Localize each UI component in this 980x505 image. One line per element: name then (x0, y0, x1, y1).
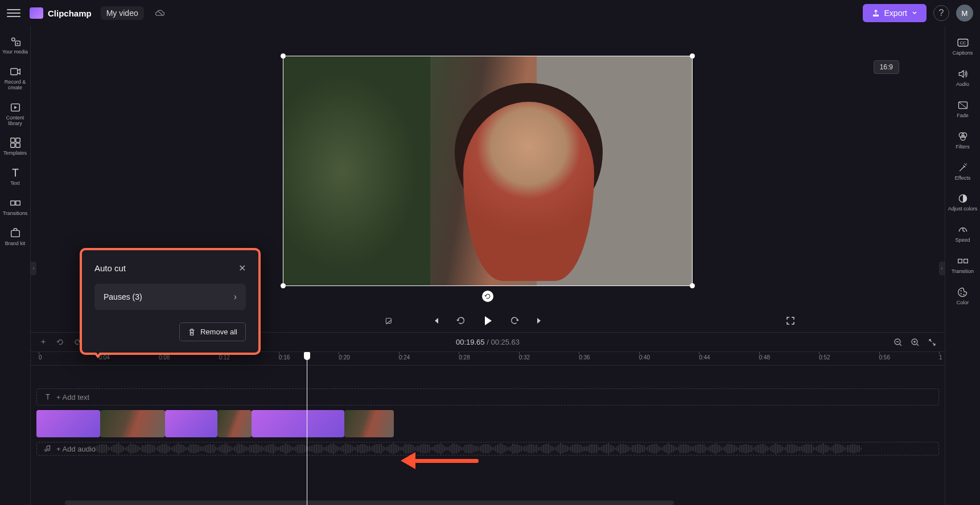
avatar[interactable]: M (956, 5, 973, 22)
rsb-audio[interactable]: Audio (947, 63, 979, 92)
captions-icon: CC (957, 36, 969, 49)
close-icon[interactable]: ✕ (238, 263, 246, 274)
detach-audio-icon[interactable] (384, 314, 396, 327)
timeline: 00:040:080:120:160:200:240:280:320:360:4… (31, 351, 945, 505)
logo-text: Clipchamp (48, 9, 92, 18)
playhead[interactable] (307, 352, 307, 505)
right-sidebar: CC Captions Audio Fade Filters Effects A… (945, 26, 980, 505)
rsb-fade[interactable]: Fade (947, 94, 979, 123)
sidebar-item-brand-kit[interactable]: Brand kit (1, 223, 30, 250)
zoom-in-icon[interactable] (911, 338, 920, 347)
header: Clipchamp My video Export ? M (0, 0, 980, 26)
clip-purple[interactable] (165, 410, 217, 437)
fade-icon (957, 99, 969, 111)
video-track[interactable] (36, 410, 939, 437)
sidebar-item-transitions[interactable]: Transitions (1, 193, 30, 220)
clip-purple[interactable] (36, 410, 100, 437)
resize-handle-bl[interactable] (281, 283, 286, 288)
timeline-scrollbar[interactable] (65, 500, 674, 505)
fullscreen-icon[interactable] (784, 314, 797, 327)
rsb-effects[interactable]: Effects (947, 157, 979, 186)
left-sidebar: Your media Record & create Content libra… (0, 26, 31, 505)
cloud-sync-icon (154, 9, 166, 18)
chevron-right-icon: › (234, 292, 237, 302)
remove-all-button[interactable]: Remove all (179, 322, 246, 341)
svg-point-0 (11, 38, 14, 42)
expand-right-panel[interactable]: ‹ (939, 262, 945, 275)
library-icon (9, 101, 22, 114)
autocut-title: Auto cut (94, 263, 126, 273)
text-track[interactable]: + Add text (36, 388, 939, 405)
audio-icon (957, 68, 969, 80)
clip-video[interactable] (344, 410, 394, 437)
svg-point-27 (960, 291, 961, 292)
svg-rect-7 (15, 143, 19, 147)
brand-kit-icon (9, 227, 22, 239)
media-icon (9, 35, 22, 48)
logo[interactable]: Clipchamp (30, 7, 92, 19)
zoom-out-icon[interactable] (893, 338, 903, 347)
time-display: 00:19.65 / 00:25.63 (456, 338, 520, 346)
autocut-panel: Auto cut ✕ Pauses (3) › Remove all (80, 248, 261, 355)
rsb-adjust-colors[interactable]: Adjust colors (947, 188, 979, 217)
waveform (94, 445, 938, 453)
undo-icon[interactable] (56, 338, 65, 347)
play-button[interactable] (480, 313, 496, 329)
audio-track[interactable]: + Add audio (36, 442, 939, 456)
record-icon (9, 65, 22, 78)
clip-purple[interactable] (252, 410, 344, 437)
main: Your media Record & create Content libra… (0, 26, 980, 505)
resize-handle-tl[interactable] (281, 53, 286, 59)
clip-video[interactable] (100, 410, 165, 437)
music-icon (44, 445, 52, 453)
rsb-color[interactable]: Color (947, 282, 979, 311)
skip-forward-icon[interactable] (533, 314, 546, 327)
rsb-transition[interactable]: Transition (947, 250, 979, 279)
preview-frame[interactable] (283, 56, 693, 286)
forward-icon[interactable] (508, 314, 521, 327)
menu-icon[interactable] (7, 6, 20, 20)
svg-rect-6 (10, 143, 14, 147)
resize-handle-tr[interactable] (690, 53, 695, 59)
svg-rect-5 (15, 138, 19, 142)
autocut-header: Auto cut ✕ (94, 263, 246, 274)
rsb-captions[interactable]: CC Captions (947, 32, 979, 61)
fit-timeline-icon[interactable] (928, 338, 937, 347)
help-button[interactable]: ? (933, 5, 949, 21)
svg-point-22 (962, 133, 966, 137)
autocut-pauses-row[interactable]: Pauses (3) › (94, 284, 246, 310)
sidebar-item-record-create[interactable]: Record & create (1, 62, 30, 94)
resize-handle-br[interactable] (690, 283, 695, 288)
transitions-icon (9, 197, 22, 209)
svg-point-23 (960, 135, 965, 140)
color-icon (957, 286, 969, 299)
svg-rect-9 (15, 201, 19, 205)
playhead-handle[interactable] (304, 352, 310, 360)
header-left: Clipchamp My video (7, 6, 166, 20)
magic-icon[interactable] (39, 338, 48, 347)
svg-rect-8 (10, 201, 14, 205)
transition-icon (957, 255, 969, 267)
export-button[interactable]: Export (863, 4, 927, 22)
header-right: Export ? M (863, 4, 973, 22)
clip-video[interactable] (217, 410, 252, 437)
speed-icon (957, 223, 969, 236)
filters-icon (957, 130, 969, 143)
adjust-colors-icon (957, 192, 969, 205)
project-name-field[interactable]: My video (101, 6, 144, 20)
rsb-speed[interactable]: Speed (947, 219, 979, 248)
effects-icon (957, 162, 969, 174)
text-icon (44, 393, 52, 401)
sidebar-item-templates[interactable]: Templates (1, 133, 30, 160)
rewind-icon[interactable] (455, 314, 467, 327)
sidebar-item-content-library[interactable]: Content library (1, 98, 30, 130)
svg-point-29 (963, 294, 964, 295)
templates-icon (9, 136, 22, 149)
rotate-handle[interactable] (482, 291, 493, 302)
autocut-actions: Remove all (94, 322, 246, 341)
sidebar-item-your-media[interactable]: Your media (1, 32, 30, 59)
skip-back-icon[interactable] (430, 314, 442, 327)
preview-video (283, 56, 693, 286)
sidebar-item-text[interactable]: Text (1, 163, 30, 190)
rsb-filters[interactable]: Filters (947, 126, 979, 155)
